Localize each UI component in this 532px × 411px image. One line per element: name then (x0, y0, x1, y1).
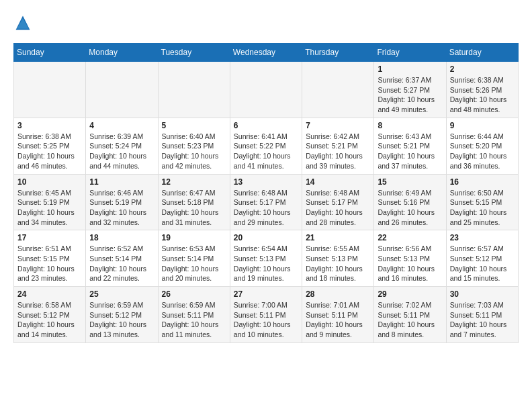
weekday-header-row: SundayMondayTuesdayWednesdayThursdayFrid… (14, 44, 519, 62)
weekday-header-cell: Saturday (446, 44, 518, 62)
calendar-day-cell: 30Sunrise: 7:03 AM Sunset: 5:11 PM Dayli… (446, 287, 518, 343)
day-number: 12 (162, 177, 226, 187)
calendar-day-cell (14, 62, 86, 118)
day-info: Sunrise: 6:38 AM Sunset: 5:25 PM Dayligh… (17, 132, 82, 171)
day-number: 13 (234, 177, 298, 187)
day-info: Sunrise: 6:57 AM Sunset: 5:12 PM Dayligh… (450, 244, 515, 283)
calendar-day-cell: 18Sunrise: 6:52 AM Sunset: 5:14 PM Dayli… (86, 230, 158, 287)
day-info: Sunrise: 6:51 AM Sunset: 5:15 PM Dayligh… (17, 244, 82, 283)
calendar-day-cell: 6Sunrise: 6:41 AM Sunset: 5:22 PM Daylig… (230, 118, 302, 174)
day-number: 3 (17, 121, 82, 130)
day-number: 19 (162, 233, 226, 242)
calendar-day-cell: 28Sunrise: 7:01 AM Sunset: 5:11 PM Dayli… (302, 287, 374, 343)
day-number: 11 (89, 177, 154, 187)
calendar-day-cell: 21Sunrise: 6:55 AM Sunset: 5:13 PM Dayli… (302, 230, 374, 287)
calendar-day-cell: 9Sunrise: 6:44 AM Sunset: 5:20 PM Daylig… (446, 118, 518, 174)
calendar-table: SundayMondayTuesdayWednesdayThursdayFrid… (13, 43, 519, 343)
day-number: 21 (306, 233, 370, 242)
day-info: Sunrise: 7:03 AM Sunset: 5:11 PM Dayligh… (450, 300, 515, 340)
day-number: 10 (17, 177, 82, 187)
day-number: 27 (234, 289, 298, 299)
calendar-day-cell (158, 62, 230, 118)
day-info: Sunrise: 6:58 AM Sunset: 5:12 PM Dayligh… (17, 300, 82, 340)
calendar-header: SundayMondayTuesdayWednesdayThursdayFrid… (14, 44, 519, 62)
day-number: 23 (450, 233, 515, 242)
day-number: 25 (89, 289, 154, 299)
day-info: Sunrise: 6:46 AM Sunset: 5:19 PM Dayligh… (89, 188, 154, 228)
weekday-header-cell: Friday (374, 44, 446, 62)
day-info: Sunrise: 6:49 AM Sunset: 5:16 PM Dayligh… (378, 188, 442, 228)
day-info: Sunrise: 6:48 AM Sunset: 5:17 PM Dayligh… (306, 188, 370, 228)
day-number: 17 (17, 233, 82, 242)
calendar-day-cell: 10Sunrise: 6:45 AM Sunset: 5:19 PM Dayli… (14, 174, 86, 230)
calendar-week-row: 10Sunrise: 6:45 AM Sunset: 5:19 PM Dayli… (14, 174, 519, 230)
calendar-day-cell: 7Sunrise: 6:42 AM Sunset: 5:21 PM Daylig… (302, 118, 374, 174)
calendar-day-cell (302, 62, 374, 118)
day-number: 20 (234, 233, 298, 242)
calendar-day-cell: 23Sunrise: 6:57 AM Sunset: 5:12 PM Dayli… (446, 230, 518, 287)
day-number: 9 (450, 121, 515, 130)
day-number: 28 (306, 289, 370, 299)
day-info: Sunrise: 6:40 AM Sunset: 5:23 PM Dayligh… (162, 132, 226, 171)
day-info: Sunrise: 6:37 AM Sunset: 5:27 PM Dayligh… (378, 75, 442, 115)
calendar-day-cell: 12Sunrise: 6:47 AM Sunset: 5:18 PM Dayli… (158, 174, 230, 230)
day-number: 7 (306, 121, 370, 130)
day-number: 16 (450, 177, 515, 187)
calendar-day-cell: 1Sunrise: 6:37 AM Sunset: 5:27 PM Daylig… (374, 62, 446, 118)
day-number: 22 (378, 233, 442, 242)
day-number: 18 (89, 233, 154, 242)
day-info: Sunrise: 6:42 AM Sunset: 5:21 PM Dayligh… (306, 132, 370, 171)
day-number: 24 (17, 289, 82, 299)
calendar-week-row: 17Sunrise: 6:51 AM Sunset: 5:15 PM Dayli… (14, 230, 519, 287)
day-info: Sunrise: 6:41 AM Sunset: 5:22 PM Dayligh… (234, 132, 298, 171)
day-info: Sunrise: 7:02 AM Sunset: 5:11 PM Dayligh… (378, 300, 442, 340)
day-info: Sunrise: 6:38 AM Sunset: 5:26 PM Dayligh… (450, 75, 515, 115)
weekday-header-cell: Thursday (302, 44, 374, 62)
day-info: Sunrise: 6:44 AM Sunset: 5:20 PM Dayligh… (450, 132, 515, 171)
day-number: 15 (378, 177, 442, 187)
calendar-day-cell: 20Sunrise: 6:54 AM Sunset: 5:13 PM Dayli… (230, 230, 302, 287)
day-info: Sunrise: 6:50 AM Sunset: 5:15 PM Dayligh… (450, 188, 515, 228)
day-number: 8 (378, 121, 442, 130)
calendar-day-cell: 25Sunrise: 6:59 AM Sunset: 5:12 PM Dayli… (86, 287, 158, 343)
day-info: Sunrise: 7:01 AM Sunset: 5:11 PM Dayligh… (306, 300, 370, 340)
calendar-day-cell: 3Sunrise: 6:38 AM Sunset: 5:25 PM Daylig… (14, 118, 86, 174)
weekday-header-cell: Monday (86, 44, 158, 62)
calendar-day-cell: 22Sunrise: 6:56 AM Sunset: 5:13 PM Dayli… (374, 230, 446, 287)
logo-icon (13, 13, 32, 32)
calendar-day-cell: 14Sunrise: 6:48 AM Sunset: 5:17 PM Dayli… (302, 174, 374, 230)
day-info: Sunrise: 6:43 AM Sunset: 5:21 PM Dayligh… (378, 132, 442, 171)
logo (13, 13, 35, 32)
day-info: Sunrise: 7:00 AM Sunset: 5:11 PM Dayligh… (234, 300, 298, 340)
calendar-week-row: 24Sunrise: 6:58 AM Sunset: 5:12 PM Dayli… (14, 287, 519, 343)
calendar-day-cell: 26Sunrise: 6:59 AM Sunset: 5:11 PM Dayli… (158, 287, 230, 343)
calendar-day-cell: 17Sunrise: 6:51 AM Sunset: 5:15 PM Dayli… (14, 230, 86, 287)
calendar-day-cell: 27Sunrise: 7:00 AM Sunset: 5:11 PM Dayli… (230, 287, 302, 343)
weekday-header-cell: Wednesday (230, 44, 302, 62)
day-info: Sunrise: 6:53 AM Sunset: 5:14 PM Dayligh… (162, 244, 226, 283)
day-info: Sunrise: 6:45 AM Sunset: 5:19 PM Dayligh… (17, 188, 82, 228)
calendar-day-cell (86, 62, 158, 118)
day-info: Sunrise: 6:39 AM Sunset: 5:24 PM Dayligh… (89, 132, 154, 171)
weekday-header-cell: Tuesday (158, 44, 230, 62)
calendar-day-cell: 8Sunrise: 6:43 AM Sunset: 5:21 PM Daylig… (374, 118, 446, 174)
day-info: Sunrise: 6:55 AM Sunset: 5:13 PM Dayligh… (306, 244, 370, 283)
day-info: Sunrise: 6:56 AM Sunset: 5:13 PM Dayligh… (378, 244, 442, 283)
calendar-day-cell (230, 62, 302, 118)
day-number: 29 (378, 289, 442, 299)
weekday-header-cell: Sunday (14, 44, 86, 62)
calendar-week-row: 3Sunrise: 6:38 AM Sunset: 5:25 PM Daylig… (14, 118, 519, 174)
day-info: Sunrise: 6:52 AM Sunset: 5:14 PM Dayligh… (89, 244, 154, 283)
day-number: 14 (306, 177, 370, 187)
svg-marker-1 (17, 18, 29, 29)
calendar-day-cell: 4Sunrise: 6:39 AM Sunset: 5:24 PM Daylig… (86, 118, 158, 174)
calendar-day-cell: 24Sunrise: 6:58 AM Sunset: 5:12 PM Dayli… (14, 287, 86, 343)
calendar-day-cell: 5Sunrise: 6:40 AM Sunset: 5:23 PM Daylig… (158, 118, 230, 174)
day-info: Sunrise: 6:59 AM Sunset: 5:11 PM Dayligh… (162, 300, 226, 340)
calendar-day-cell: 11Sunrise: 6:46 AM Sunset: 5:19 PM Dayli… (86, 174, 158, 230)
calendar-day-cell: 15Sunrise: 6:49 AM Sunset: 5:16 PM Dayli… (374, 174, 446, 230)
day-number: 6 (234, 121, 298, 130)
calendar-week-row: 1Sunrise: 6:37 AM Sunset: 5:27 PM Daylig… (14, 62, 519, 118)
calendar-day-cell: 19Sunrise: 6:53 AM Sunset: 5:14 PM Dayli… (158, 230, 230, 287)
page-header (13, 13, 519, 32)
